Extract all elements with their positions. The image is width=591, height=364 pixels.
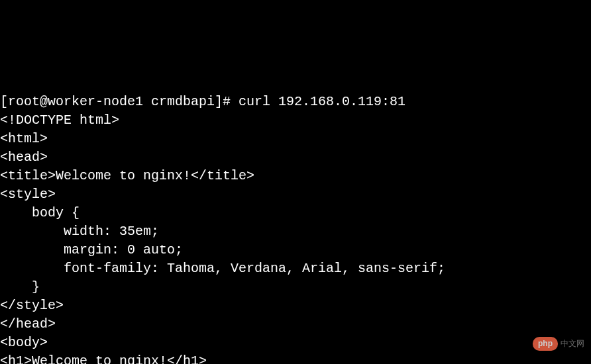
terminal-line: [root@worker-node1 crmdbapi]# curl 192.1… bbox=[0, 94, 405, 109]
terminal-line: width: 35em; bbox=[0, 224, 159, 239]
terminal-line: <body> bbox=[0, 335, 48, 350]
watermark-badge: php bbox=[533, 337, 558, 351]
terminal-line: margin: 0 auto; bbox=[0, 242, 183, 257]
terminal-line: <head> bbox=[0, 150, 48, 165]
terminal-line: <title>Welcome to nginx!</title> bbox=[0, 168, 254, 183]
terminal-line: } bbox=[0, 279, 40, 295]
terminal-output: [root@worker-node1 crmdbapi]# curl 192.1… bbox=[0, 74, 591, 364]
terminal-line: <h1>Welcome to nginx!</h1> bbox=[0, 353, 207, 364]
terminal-line: <!DOCTYPE html> bbox=[0, 113, 119, 128]
watermark-text: 中文网 bbox=[561, 338, 584, 349]
terminal-line: font-family: Tahoma, Verdana, Arial, san… bbox=[0, 261, 445, 276]
terminal-line: body { bbox=[0, 205, 80, 220]
terminal-line: </head> bbox=[0, 316, 56, 332]
terminal-line: <html> bbox=[0, 131, 48, 146]
terminal-line: <style> bbox=[0, 187, 56, 202]
terminal-line: </style> bbox=[0, 298, 64, 313]
watermark: php 中文网 bbox=[533, 337, 584, 351]
